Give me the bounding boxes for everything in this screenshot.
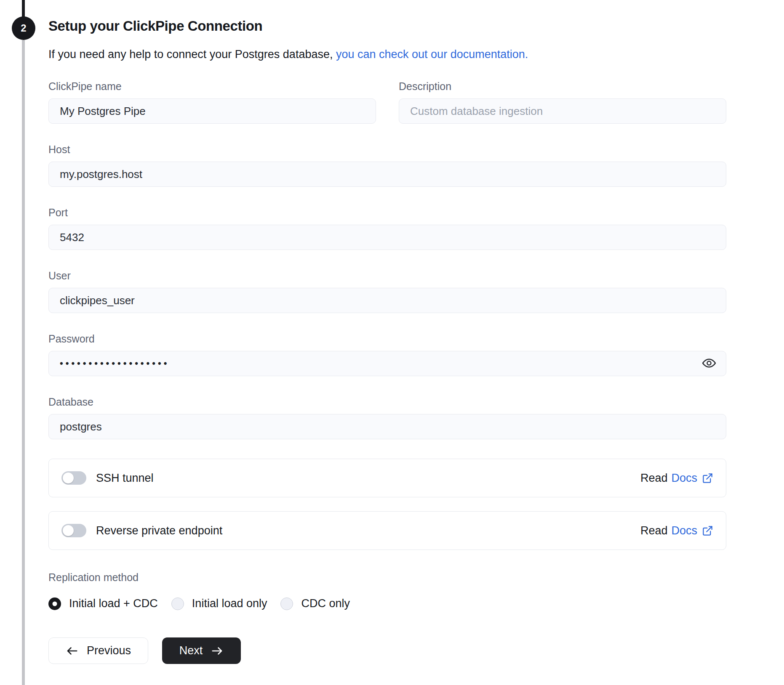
toggle-knob: [63, 525, 74, 536]
port-group: Port: [48, 206, 726, 250]
show-password-button[interactable]: [701, 356, 717, 372]
arrow-left-icon: [66, 645, 78, 657]
clickpipe-name-label: ClickPipe name: [48, 80, 376, 93]
database-input[interactable]: [48, 414, 726, 439]
ssh-tunnel-card: SSH tunnel Read Docs: [48, 459, 726, 497]
host-group: Host: [48, 143, 726, 187]
reverse-private-endpoint-toggle[interactable]: [61, 524, 86, 537]
password-group: Password: [48, 332, 726, 376]
step-content: Setup your ClickPipe Connection If you n…: [48, 18, 726, 664]
read-text: Read: [640, 472, 668, 485]
wizard-actions: Previous Next: [48, 637, 726, 664]
user-input[interactable]: [48, 288, 726, 313]
reverse-private-endpoint-card: Reverse private endpoint Read Docs: [48, 511, 726, 550]
replication-method-options: Initial load + CDC Initial load only CDC…: [48, 597, 726, 610]
step-number-badge: 2: [12, 16, 35, 40]
user-group: User: [48, 269, 726, 313]
host-input[interactable]: [48, 162, 726, 187]
read-text: Read: [640, 524, 668, 537]
connection-form: ClickPipe name Description Host Port Use…: [48, 80, 726, 664]
radio-cdc-only[interactable]: CDC only: [280, 597, 350, 610]
reverse-private-endpoint-label: Reverse private endpoint: [96, 524, 222, 537]
arrow-right-icon: [211, 645, 224, 657]
next-button-label: Next: [179, 644, 203, 657]
ssh-tunnel-docs: Read Docs: [640, 472, 713, 485]
rpe-docs: Read Docs: [640, 524, 713, 537]
password-input[interactable]: [48, 351, 726, 376]
radio-unselected-icon: [280, 597, 293, 610]
radio-label: Initial load + CDC: [69, 597, 158, 610]
stepper-rail-done: [22, 0, 25, 17]
help-text: If you need any help to connect your Pos…: [48, 47, 726, 61]
ssh-tunnel-label: SSH tunnel: [96, 472, 154, 485]
help-text-plain: If you need any help to connect your Pos…: [48, 48, 333, 61]
radio-initial-load-only[interactable]: Initial load only: [171, 597, 267, 610]
description-input[interactable]: [399, 98, 726, 124]
next-button[interactable]: Next: [162, 637, 241, 664]
page-title: Setup your ClickPipe Connection: [48, 18, 726, 35]
clickpipe-setup-page: 2 Setup your ClickPipe Connection If you…: [0, 0, 784, 685]
radio-label: Initial load only: [192, 597, 267, 610]
radio-unselected-icon: [171, 597, 184, 610]
name-description-row: ClickPipe name Description: [48, 80, 726, 124]
external-link-icon: [702, 525, 713, 536]
rpe-left: Reverse private endpoint: [61, 524, 222, 537]
docs-link-text: Docs: [671, 472, 697, 485]
previous-button-label: Previous: [87, 644, 131, 657]
user-label: User: [48, 269, 726, 282]
stepper-rail-upcoming: [22, 40, 25, 685]
toggle-knob: [63, 473, 74, 483]
replication-method-label: Replication method: [48, 571, 726, 584]
external-link-icon: [702, 473, 713, 484]
port-label: Port: [48, 206, 726, 219]
step-number: 2: [21, 22, 26, 34]
password-input-wrap: [48, 351, 726, 376]
clickpipe-name-input[interactable]: [48, 98, 376, 124]
radio-initial-load-cdc[interactable]: Initial load + CDC: [48, 597, 158, 610]
database-label: Database: [48, 396, 726, 408]
password-label: Password: [48, 332, 726, 345]
ssh-docs-link[interactable]: Docs: [671, 472, 713, 485]
radio-label: CDC only: [301, 597, 350, 610]
docs-link-text: Docs: [671, 524, 697, 537]
ssh-tunnel-left: SSH tunnel: [61, 471, 154, 485]
database-group: Database: [48, 396, 726, 439]
ssh-tunnel-toggle[interactable]: [61, 471, 86, 485]
port-input[interactable]: [48, 225, 726, 250]
eye-icon: [702, 356, 716, 372]
clickpipe-name-group: ClickPipe name: [48, 80, 376, 124]
previous-button[interactable]: Previous: [48, 637, 148, 664]
documentation-link[interactable]: you can check out our documentation.: [336, 48, 528, 61]
radio-selected-icon: [48, 597, 61, 610]
host-label: Host: [48, 143, 726, 156]
description-label: Description: [399, 80, 726, 93]
description-group: Description: [399, 80, 726, 124]
rpe-docs-link[interactable]: Docs: [671, 524, 713, 537]
